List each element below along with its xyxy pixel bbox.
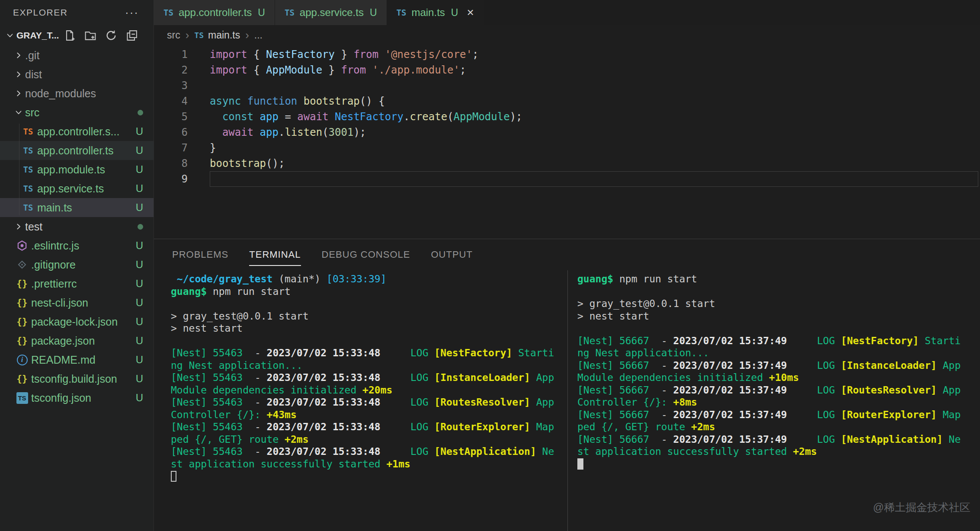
tree-file-package-lock-json[interactable]: {}package-lock.jsonU [0, 312, 154, 331]
git-untracked-badge: U [136, 373, 143, 385]
git-untracked-badge: U [136, 240, 143, 252]
panel-tab-problems[interactable]: PROBLEMS [172, 239, 228, 270]
typescript-file-icon: TS [163, 8, 173, 17]
terminal-line: [Nest] 55463 - 2023/07/02 15:33:48 LOG [… [171, 396, 567, 409]
line-number: 6 [154, 125, 188, 140]
tree-file-app-controller-ts[interactable]: TSapp.controller.tsU [0, 141, 154, 160]
chevron-down-icon [14, 108, 25, 117]
line-number: 1 [154, 47, 188, 62]
git-untracked-badge: U [136, 182, 143, 195]
terminal-left[interactable]: ~/code/gray_test (main*) [03:33:39]guang… [154, 270, 567, 531]
tree-file-app-service-ts[interactable]: TSapp.service.tsU [0, 179, 154, 198]
tab-app-service-ts[interactable]: TSapp.service.tsU [275, 0, 387, 25]
code-line-7: } [210, 140, 980, 156]
tree-file-tsconfig-build-json[interactable]: {}tsconfig.build.jsonU [0, 369, 154, 388]
close-icon[interactable]: × [467, 6, 474, 19]
tree-item-label: app.service.ts [37, 182, 131, 195]
editor-tabbar: TSapp.controller.tsUTSapp.service.tsUTSm… [154, 0, 980, 25]
chevron-right-icon [14, 89, 25, 98]
tree-item-label: package-lock.json [31, 316, 131, 328]
tree-folder-dist[interactable]: dist [0, 65, 154, 84]
tree-item-label: .gitignore [31, 259, 131, 271]
gitignore-icon [16, 259, 29, 270]
tab-main-ts[interactable]: TSmain.tsU× [387, 0, 484, 25]
line-number: 2 [154, 62, 188, 78]
typescript-file-icon: TS [22, 165, 35, 174]
tree-folder-test[interactable]: test [0, 217, 154, 236]
tree-file-package-json[interactable]: {}package.jsonU [0, 331, 154, 350]
json-braces-icon: {} [16, 297, 29, 308]
terminal-right[interactable]: guang$ npm run start> gray_test@0.0.1 st… [568, 270, 980, 531]
breadcrumb-file[interactable]: main.ts [208, 29, 240, 41]
chevron-down-icon [5, 31, 16, 40]
panel-tab-terminal[interactable]: TERMINAL [249, 239, 301, 270]
collapse-all-icon[interactable] [125, 29, 138, 42]
git-untracked-badge: U [370, 7, 377, 19]
watermark: @稀土掘金技术社区 [873, 500, 970, 515]
tree-file-nest-cli-json[interactable]: {}nest-cli.jsonU [0, 293, 154, 312]
terminal-line: [Nest] 55463 - 2023/07/02 15:33:48 LOG [… [171, 347, 567, 359]
tree-item-label: app.controller.s... [37, 125, 131, 138]
terminal-line: guang$ npm run start [577, 273, 980, 285]
code-line-8: bootstrap(); [210, 156, 980, 171]
git-untracked-badge: U [136, 297, 143, 309]
terminal-line: st application successfully started +1ms [171, 458, 567, 470]
new-file-icon[interactable] [63, 29, 76, 42]
terminal-line [577, 322, 980, 335]
tab-label: app.controller.ts [179, 6, 252, 19]
tree-file--gitignore[interactable]: .gitignoreU [0, 255, 154, 274]
panel-tab-output[interactable]: OUTPUT [431, 239, 472, 270]
terminal-line: Module dependencies initialized +10ms [577, 371, 980, 384]
typescript-file-icon: TS [22, 184, 35, 193]
tree-file-app-module-ts[interactable]: TSapp.module.tsU [0, 160, 154, 179]
breadcrumb-folder[interactable]: src [167, 29, 180, 41]
tree-folder-src[interactable]: src [0, 103, 154, 122]
terminal-line: guang$ npm run start [171, 285, 567, 298]
tree-file-main-ts[interactable]: TSmain.tsU [0, 198, 154, 217]
code-editor[interactable]: 123456789 import { NestFactory } from '@… [154, 45, 980, 239]
git-untracked-badge: U [136, 278, 143, 290]
tree-file--eslintrc-js[interactable]: .eslintrc.jsU [0, 236, 154, 255]
terminal-line: [Nest] 55463 - 2023/07/02 15:33:48 LOG [… [171, 371, 567, 384]
tree-file-app-controller-s-[interactable]: TSapp.controller.s...U [0, 122, 154, 141]
tree-folder--git[interactable]: .git [0, 46, 154, 65]
tree-file-readme-md[interactable]: iREADME.mdU [0, 350, 154, 369]
typescript-file-icon: TS [397, 8, 407, 17]
tab-app-controller-ts[interactable]: TSapp.controller.tsU [154, 0, 275, 25]
breadcrumb-separator: › [245, 29, 249, 42]
tab-label: main.ts [411, 6, 445, 19]
terminal-line: [Nest] 55463 - 2023/07/02 15:33:48 LOG [… [171, 421, 567, 433]
terminal-line: ng Nest application... [577, 347, 980, 359]
new-folder-icon[interactable] [84, 29, 97, 42]
terminal-line [577, 285, 980, 298]
tree-file-tsconfig-json[interactable]: TStsconfig.jsonU [0, 388, 154, 407]
terminal-line [171, 335, 567, 347]
breadcrumb-separator: › [186, 29, 189, 42]
more-actions-icon[interactable]: ··· [125, 6, 139, 19]
indent-guide [19, 124, 19, 215]
explorer-sidebar: EXPLORER ··· GRAY_T... .gitdistnode_modu… [0, 0, 154, 531]
terminal-line: ped {/, GET} route +2ms [171, 433, 567, 446]
breadcrumb-symbol[interactable]: ... [254, 29, 263, 41]
terminal-line: [Nest] 56667 - 2023/07/02 15:37:49 LOG [… [577, 409, 980, 421]
typescript-file-icon: TS [22, 203, 35, 212]
code-line-1: import { NestFactory } from '@nestjs/cor… [210, 47, 980, 62]
tree-item-label: main.ts [37, 202, 131, 214]
git-untracked-badge: U [136, 392, 143, 404]
tree-item-label: dist [25, 68, 143, 81]
explorer-title: EXPLORER [13, 7, 67, 18]
terminal-line: > gray_test@0.0.1 start [171, 310, 567, 323]
terminal-line: > nest start [577, 310, 980, 323]
workspace-section-header[interactable]: GRAY_T... [0, 25, 154, 46]
git-untracked-badge: U [136, 125, 143, 138]
tree-folder-node-modules[interactable]: node_modules [0, 84, 154, 103]
panel-tab-debug-console[interactable]: DEBUG CONSOLE [322, 239, 410, 270]
refresh-icon[interactable] [105, 29, 118, 42]
code-line-9 [210, 171, 978, 187]
modified-dot-badge [138, 224, 143, 230]
json-braces-icon: {} [16, 278, 29, 289]
eslint-icon [16, 240, 29, 251]
code-line-4: async function bootstrap() { [210, 93, 980, 109]
code-line-6: await app.listen(3001); [210, 125, 980, 140]
tree-file--prettierrc[interactable]: {}.prettierrcU [0, 274, 154, 293]
